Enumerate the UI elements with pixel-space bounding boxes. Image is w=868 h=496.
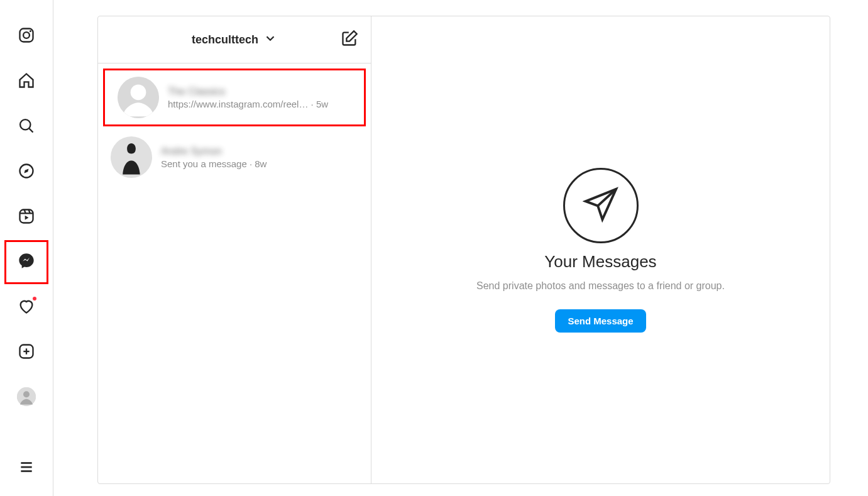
thread-preview: https://www.instagram.com/reel… · 5w bbox=[168, 99, 351, 109]
svg-point-2 bbox=[30, 30, 31, 32]
instagram-logo-icon bbox=[18, 26, 35, 44]
create-icon bbox=[18, 343, 35, 360]
thread-item[interactable]: The Classics https://www.instagram.com/r… bbox=[103, 69, 366, 126]
search-icon bbox=[18, 117, 35, 135]
nav-create[interactable] bbox=[16, 341, 37, 361]
avatar bbox=[118, 77, 159, 118]
compose-icon bbox=[341, 38, 358, 49]
svg-point-1 bbox=[23, 32, 30, 38]
send-message-button[interactable]: Send Message bbox=[555, 309, 646, 333]
notification-dot bbox=[31, 295, 38, 302]
chevron-down-icon bbox=[263, 31, 277, 48]
avatar bbox=[111, 136, 152, 178]
svg-line-4 bbox=[30, 128, 33, 132]
svg-marker-11 bbox=[25, 215, 29, 219]
account-switcher[interactable]: techculttech bbox=[192, 31, 277, 48]
svg-point-16 bbox=[23, 391, 30, 397]
thread-list: The Classics https://www.instagram.com/r… bbox=[98, 63, 371, 483]
more-menu-icon bbox=[18, 459, 35, 475]
compose-button[interactable] bbox=[341, 30, 358, 50]
messages-icon bbox=[18, 252, 35, 270]
inbox-column: techculttech bbox=[98, 16, 371, 483]
thread-preview: Sent you a message · 8w bbox=[161, 158, 358, 169]
notifications-icon bbox=[18, 297, 35, 315]
nav-profile[interactable] bbox=[16, 387, 37, 407]
nav-explore[interactable] bbox=[16, 161, 37, 181]
explore-icon bbox=[18, 162, 35, 180]
empty-title: Your Messages bbox=[544, 252, 656, 272]
thread-name: The Classics bbox=[168, 86, 351, 97]
thread-info: The Classics https://www.instagram.com/r… bbox=[168, 86, 351, 109]
profile-avatar bbox=[17, 387, 36, 406]
thread-name: Andre Symon bbox=[161, 146, 358, 157]
left-nav bbox=[0, 0, 53, 496]
svg-marker-6 bbox=[25, 168, 29, 173]
svg-point-3 bbox=[20, 119, 30, 130]
thread-info: Andre Symon Sent you a message · 8w bbox=[161, 146, 358, 169]
empty-state: Your Messages Send private photos and me… bbox=[371, 16, 830, 483]
instagram-logo[interactable] bbox=[16, 25, 37, 45]
svg-point-21 bbox=[131, 84, 146, 100]
nav-reels[interactable] bbox=[16, 206, 37, 226]
account-name: techculttech bbox=[192, 33, 258, 47]
inbox-header: techculttech bbox=[98, 16, 371, 63]
nav-search[interactable] bbox=[16, 116, 37, 136]
send-icon-circle bbox=[563, 168, 639, 243]
svg-rect-7 bbox=[20, 209, 33, 223]
nav-notifications[interactable] bbox=[16, 296, 37, 316]
thread-item[interactable]: Andre Symon Sent you a message · 8w bbox=[98, 130, 371, 184]
main-content: techculttech bbox=[53, 0, 868, 496]
nav-more[interactable] bbox=[16, 457, 37, 477]
empty-subtitle: Send private photos and messages to a fr… bbox=[476, 280, 725, 292]
messages-panel: techculttech bbox=[97, 16, 830, 484]
nav-home[interactable] bbox=[16, 70, 37, 91]
reels-icon bbox=[18, 207, 35, 225]
paper-plane-icon bbox=[583, 186, 619, 225]
nav-messages[interactable] bbox=[16, 251, 37, 272]
home-icon bbox=[18, 72, 35, 89]
